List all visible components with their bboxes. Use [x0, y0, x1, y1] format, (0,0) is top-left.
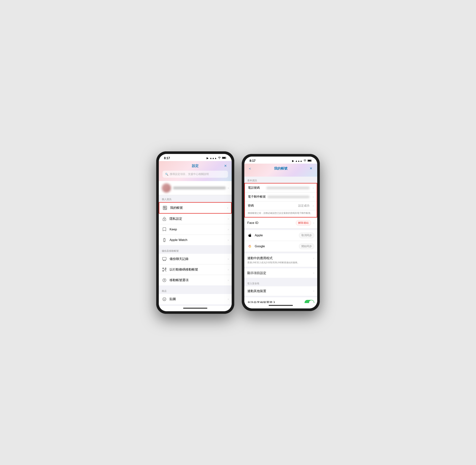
- move-options-item[interactable]: 移動帳號選項 ›: [159, 275, 232, 285]
- settings-group-2: 備份聊天記錄 ›: [159, 254, 232, 285]
- svg-rect-17: [163, 268, 163, 269]
- linked-devices-item[interactable]: 連動其他裝置 ›: [244, 286, 317, 296]
- email-label: 電子郵件帳號: [248, 195, 266, 199]
- profile-row[interactable]: ›: [159, 181, 232, 195]
- account-content: 基本資訊 電話號碼 › 電子郵件帳號 › 密碼 設定成功 › 轉移帳號之前，: [244, 177, 317, 303]
- status-time-right: 8:17: [250, 159, 255, 162]
- connected-apps-item[interactable]: 連動中的應用程式 › 透過LINE登入或允許存取而與LINE帳號連結的服務。: [244, 254, 317, 267]
- close-button-right[interactable]: ✕: [308, 166, 314, 171]
- my-account-item[interactable]: 我的帳號 ›: [159, 203, 231, 213]
- google-row[interactable]: G Google 開始同步: [244, 241, 317, 252]
- phone-value-blurred: [266, 187, 309, 189]
- svg-rect-15: [162, 257, 166, 260]
- toggle-knob: [309, 300, 314, 303]
- status-bar-left: 8:17 ▶ ▲▲▲: [159, 154, 232, 161]
- my-account-chevron: ›: [227, 206, 228, 210]
- display-settings-chevron: ›: [313, 271, 314, 275]
- apple-watch-label: Apple Watch: [169, 238, 225, 242]
- privacy-icon: [162, 216, 167, 222]
- connected-apps-chevron: ›: [313, 257, 314, 260]
- display-settings-group: 顯示項目設定 ›: [244, 268, 317, 278]
- google-action[interactable]: 開始同步: [299, 243, 314, 249]
- backup-chat-item[interactable]: 備份聊天記錄 ›: [159, 254, 232, 264]
- faceid-row[interactable]: Face ID 解除連結 ›: [244, 218, 317, 229]
- move-account-icon: [162, 267, 167, 272]
- faceid-label: Face ID: [247, 221, 294, 225]
- battery-icon-left: [222, 157, 226, 159]
- phone-label: 電話號碼: [248, 186, 264, 190]
- search-bar-left[interactable]: 🔍 搜尋設定項目、支援中心相關說明: [162, 171, 228, 178]
- google-label: Google: [255, 244, 297, 248]
- connected-apps-label: 連動中的應用程式: [247, 256, 313, 260]
- search-placeholder-left: 搜尋設定項目、支援中心相關說明: [170, 172, 209, 176]
- email-value-blurred: [268, 196, 309, 198]
- modal-header-left: 設定 ✕: [162, 164, 228, 168]
- backup-section-label: 備份及移動帳號: [159, 247, 232, 254]
- allow-login-group: 允許自其他裝置登入 開啟此設定後，您可在其他裝置（如電腦、智慧手機、平板及智慧手…: [244, 297, 317, 303]
- back-button-right[interactable]: ＜: [248, 166, 252, 171]
- move-account-item[interactable]: 以行動條碼移動帳號 ›: [159, 264, 232, 275]
- svg-rect-26: [166, 271, 166, 271]
- connected-apps-group: 連動中的應用程式 › 透過LINE登入或允許存取而與LINE帳號連結的服務。: [244, 254, 317, 267]
- signal-icon-left: ▲▲▲: [210, 157, 217, 159]
- security-group: 連動其他裝置 ›: [244, 286, 317, 296]
- status-time-left: 8:17: [164, 157, 170, 160]
- signal-icon-right: ▲▲▲: [295, 159, 302, 162]
- svg-rect-5: [164, 209, 165, 209]
- allow-login-toggle[interactable]: [305, 300, 314, 303]
- apple-action[interactable]: 取消同步: [299, 232, 314, 238]
- avatar: [162, 183, 171, 193]
- wifi-icon-left: [218, 157, 221, 159]
- faceid-group: Face ID 解除連結 ›: [244, 218, 317, 229]
- close-button-left[interactable]: ✕: [223, 163, 228, 169]
- personal-section-label: 個人資訊: [159, 195, 232, 202]
- privacy-item[interactable]: 隱私設定 ›: [159, 214, 232, 224]
- allow-login-item: 允許自其他裝置登入 開啟此設定後，您可在其他裝置（如電腦、智慧手機、平板及智慧手…: [244, 297, 317, 303]
- info-note: 轉移帳號之前，請務必確認您已設定最新的密碼與電子郵件帳號。: [245, 210, 317, 217]
- home-bar-right: [269, 305, 293, 306]
- phone-row[interactable]: 電話號碼 ›: [245, 183, 317, 192]
- password-value: 設定成功: [298, 204, 309, 208]
- svg-point-30: [165, 298, 165, 299]
- allow-login-label: 允許自其他裝置登入: [247, 300, 305, 303]
- svg-rect-13: [164, 241, 165, 242]
- svg-rect-1: [222, 157, 225, 159]
- apple-watch-icon: [162, 237, 167, 243]
- modal-header-right: ＜ 我的帳號 ✕: [248, 166, 314, 171]
- svg-rect-7: [165, 207, 166, 208]
- svg-rect-19: [165, 268, 166, 269]
- my-account-label: 我的帳號: [170, 206, 225, 210]
- keep-item[interactable]: Keep ›: [159, 224, 232, 235]
- move-options-icon: [162, 278, 167, 283]
- settings-content: › 個人資訊: [159, 181, 232, 306]
- google-icon: G: [247, 244, 253, 249]
- svg-rect-32: [308, 160, 311, 161]
- svg-rect-25: [165, 270, 166, 271]
- apple-watch-item[interactable]: Apple Watch ›: [159, 235, 232, 245]
- location-icon-left: ▶: [207, 157, 208, 159]
- backup-chat-chevron: ›: [228, 257, 229, 261]
- apple-label: Apple: [255, 233, 297, 237]
- email-row[interactable]: 電子郵件帳號 ›: [245, 192, 317, 201]
- settings-group-1: 隱私設定 › Keep ›: [159, 214, 232, 245]
- location-icon-right: ▶: [292, 159, 294, 162]
- wifi-icon-right: [303, 159, 307, 162]
- svg-point-10: [164, 219, 165, 220]
- my-account-icon: [162, 205, 168, 211]
- sticker-item[interactable]: 貼圖 ›: [159, 294, 232, 304]
- svg-rect-24: [166, 269, 166, 270]
- display-settings-item[interactable]: 顯示項目設定 ›: [244, 268, 317, 278]
- move-account-label: 以行動條碼移動帳號: [169, 267, 225, 272]
- battery-icon-right: [307, 159, 312, 162]
- apple-row[interactable]: Apple 取消同步: [244, 230, 317, 241]
- home-indicator-left: [159, 306, 232, 311]
- svg-rect-3: [164, 207, 165, 208]
- sticker-label: 貼圖: [169, 297, 225, 301]
- password-row[interactable]: 密碼 設定成功 ›: [245, 201, 317, 210]
- profile-chevron: ›: [228, 186, 229, 190]
- faceid-action[interactable]: 解除連結: [296, 220, 311, 226]
- login-security-label: 登入安全性: [244, 279, 317, 286]
- privacy-chevron: ›: [228, 217, 229, 221]
- profile-name-blurred: [173, 187, 225, 190]
- password-label: 密碼: [248, 204, 264, 208]
